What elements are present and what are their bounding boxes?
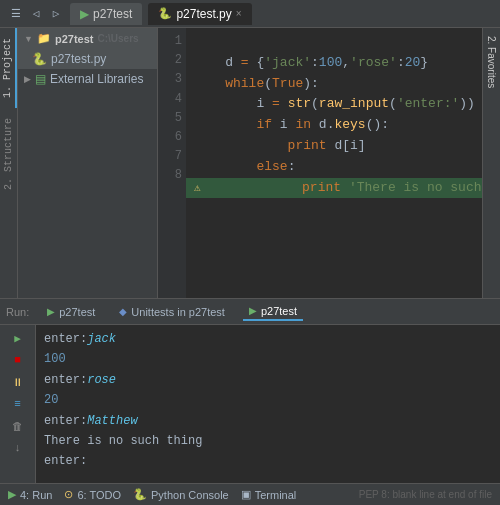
run-label: Run: [6, 306, 29, 318]
sidebar-item-p27test-py[interactable]: 🐍 p27test.py [18, 49, 157, 69]
console-line-2: 100 [44, 349, 492, 369]
footer-console-tab[interactable]: 🐍 Python Console [133, 488, 229, 501]
scroll-button[interactable]: ↓ [7, 439, 29, 457]
structure-panel-tab[interactable]: 2. Structure [1, 108, 16, 200]
footer-terminal-tab[interactable]: ▣ Terminal [241, 488, 297, 501]
unittest-tab-label: Unittests in p27test [131, 306, 225, 318]
run-icon: ▶ [47, 306, 55, 317]
footer-todo-tab[interactable]: ⊙ 6: TODO [64, 488, 121, 501]
line-numbers: 1 2 3 4 5 6 7 8 [158, 28, 186, 298]
favorites-tab[interactable]: 2. Favorites [484, 28, 499, 96]
root-folder-name: p27test [55, 33, 94, 45]
todo-footer-icon: ⊙ [64, 488, 73, 501]
todo-footer-label: 6: TODO [77, 489, 121, 501]
console-output: enter:jack 100 enter:rose 20 enter:Matth… [36, 325, 500, 483]
code-container: 1 2 3 4 5 6 7 8 d = {'jack':100,'rose':2… [158, 28, 482, 298]
tab-p27test-run[interactable]: ▶ p27test [70, 3, 142, 25]
rerun-button[interactable]: ▶ [7, 329, 29, 347]
footer-run-tab[interactable]: ▶ 4: Run [8, 488, 52, 501]
run-tab-label-2: p27test [261, 305, 297, 317]
run-tab-p27test-1[interactable]: ▶ p27test [41, 304, 101, 320]
run-tabs-bar: Run: ▶ p27test ◆ Unittests in p27test ▶ … [0, 299, 500, 325]
tab-label: p27test [93, 7, 132, 21]
left-panel-tabs: 1. Project 2. Structure [0, 28, 18, 298]
console-area: ▶ ■ ⏸ ≡ 🗑 ↓ enter:jack 100 enter:rose 20… [0, 325, 500, 483]
console-footer-icon: 🐍 [133, 488, 147, 501]
file-name: p27test.py [51, 52, 106, 66]
folder-icon: 📁 [37, 32, 51, 45]
console-value-1: jack [87, 329, 116, 349]
console-value-3: Matthew [87, 411, 137, 431]
sidebar-folder-header[interactable]: ▼ 📁 p27test C:\Users [18, 28, 157, 49]
favorites-sidebar: 2. Favorites [482, 28, 500, 298]
forward-icon[interactable]: ▷ [48, 6, 64, 22]
terminal-footer-label: Terminal [255, 489, 297, 501]
step-button[interactable]: ≡ [7, 395, 29, 413]
run-tab-unittest[interactable]: ◆ Unittests in p27test [113, 304, 231, 320]
console-num-1: 100 [44, 349, 66, 369]
menu-icon[interactable]: ☰ [8, 6, 24, 22]
tab-p27test-py[interactable]: 🐍 p27test.py × [148, 3, 251, 25]
console-line-5: enter:Matthew [44, 411, 492, 431]
stop-button[interactable]: ■ [7, 351, 29, 369]
run-footer-label: 4: Run [20, 489, 52, 501]
back-icon[interactable]: ◁ [28, 6, 44, 22]
run-tab-label: p27test [59, 306, 95, 318]
run-icon-2: ▶ [249, 305, 257, 316]
code-editor: 1 2 3 4 5 6 7 8 d = {'jack':100,'rose':2… [158, 28, 482, 298]
console-toolbar: ▶ ■ ⏸ ≡ 🗑 ↓ [0, 325, 36, 483]
console-prompt-3: enter: [44, 411, 87, 431]
library-icon: ▤ [35, 72, 46, 86]
python-icon: 🐍 [158, 7, 172, 20]
main-area: 1. Project 2. Structure ▼ 📁 p27test C:\U… [0, 28, 500, 298]
chevron-down-icon: ▼ [24, 34, 33, 44]
top-icons: ☰ ◁ ▷ [8, 6, 64, 22]
console-prompt-1: enter: [44, 329, 87, 349]
test-icon: ◆ [119, 306, 127, 317]
project-panel-tab[interactable]: 1. Project [0, 28, 17, 108]
run-icon: ▶ [80, 7, 89, 21]
run-footer-icon: ▶ [8, 488, 16, 501]
console-line-7: enter: [44, 451, 492, 471]
console-num-2: 20 [44, 390, 58, 410]
console-line-6: There is no such thing [44, 431, 492, 451]
bottom-panel: Run: ▶ p27test ◆ Unittests in p27test ▶ … [0, 298, 500, 483]
console-line-4: 20 [44, 390, 492, 410]
tab-label: p27test.py [176, 7, 231, 21]
code-text[interactable]: d = {'jack':100,'rose':20} while(True): … [186, 28, 482, 298]
console-line-1: enter:jack [44, 329, 492, 349]
console-prompt-4: enter: [44, 451, 87, 471]
run-tab-p27test-2[interactable]: ▶ p27test [243, 303, 303, 321]
pause-button[interactable]: ⏸ [7, 373, 29, 391]
file-tree-sidebar: ▼ 📁 p27test C:\Users 🐍 p27test.py ▶ ▤ Ex… [18, 28, 158, 298]
console-line-3: enter:rose [44, 370, 492, 390]
top-tab-bar: ☰ ◁ ▷ ▶ p27test 🐍 p27test.py × [0, 0, 500, 28]
console-no-such-thing: There is no such thing [44, 431, 202, 451]
terminal-footer-icon: ▣ [241, 488, 251, 501]
footer-status: PEP 8: blank line at end of file [359, 489, 492, 500]
footer-bar: ▶ 4: Run ⊙ 6: TODO 🐍 Python Console ▣ Te… [0, 483, 500, 505]
console-footer-label: Python Console [151, 489, 229, 501]
sidebar-external-libraries[interactable]: ▶ ▤ External Libraries [18, 69, 157, 89]
console-value-2: rose [87, 370, 116, 390]
root-folder-path: C:\Users [97, 33, 138, 44]
chevron-right-icon: ▶ [24, 74, 31, 84]
tab-close-icon[interactable]: × [236, 8, 242, 19]
console-prompt-2: enter: [44, 370, 87, 390]
trash-button[interactable]: 🗑 [7, 417, 29, 435]
external-libraries-label: External Libraries [50, 72, 143, 86]
python-file-icon: 🐍 [32, 52, 47, 66]
